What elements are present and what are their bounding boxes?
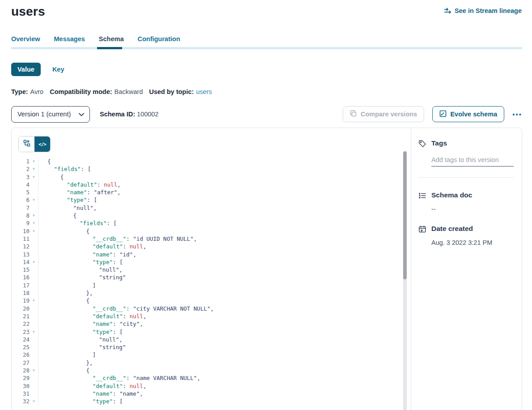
fold-caret-icon[interactable]: ▼: [30, 173, 38, 181]
code-line: 29"__crdb__": "name VARCHAR NULL",: [12, 374, 411, 382]
calendar-plus-icon: [418, 225, 426, 235]
fold-caret-empty: [30, 188, 38, 196]
code-line: 1▼{: [12, 158, 411, 165]
line-number: 26: [12, 351, 30, 359]
code-line: 2▼"fields": [: [12, 165, 411, 173]
schema-id-label: Schema ID:: [100, 111, 135, 118]
value-toggle-button[interactable]: Value: [11, 63, 41, 76]
fold-caret-empty: [30, 320, 38, 328]
fold-caret-empty: [30, 289, 38, 297]
code-content: "fields": [: [38, 165, 91, 173]
tab-configuration[interactable]: Configuration: [137, 34, 180, 47]
schema-meta-row: Type: Avro Compatibility mode: Backward …: [11, 88, 522, 95]
line-number: 30: [12, 382, 30, 390]
fold-caret-icon[interactable]: ▼: [30, 367, 38, 374]
fold-caret-icon[interactable]: ▼: [30, 158, 38, 165]
fold-caret-empty: [30, 382, 38, 390]
line-number: 24: [12, 336, 30, 343]
date-created-value: Aug. 3 2022 3:21 PM: [431, 239, 514, 246]
tree-view-icon: [23, 140, 30, 149]
fold-caret-empty: [30, 351, 38, 359]
fold-caret-icon[interactable]: ▼: [30, 165, 38, 173]
fold-caret-empty: [30, 374, 38, 382]
line-number: 1: [12, 158, 30, 165]
editor-scrollbar-thumb[interactable]: [403, 151, 407, 279]
key-toggle-link[interactable]: Key: [52, 66, 64, 73]
schema-code-panel: </> 1▼{2▼"fields": [3▼{4"default": null,…: [12, 128, 411, 410]
fold-caret-icon[interactable]: ▼: [30, 196, 38, 204]
code-line: 20"__crdb__": "city VARCHAR NOT NULL",: [12, 305, 411, 312]
version-actions: Compare versions Evolve schema •••: [343, 106, 522, 122]
tab-overview[interactable]: Overview: [11, 34, 40, 47]
code-view-button[interactable]: </>: [34, 137, 50, 152]
code-content: "type": [: [38, 328, 123, 336]
topic-link[interactable]: users: [196, 88, 212, 95]
edit-icon: [439, 110, 447, 119]
fold-caret-empty: [30, 251, 38, 258]
code-content: {: [38, 173, 64, 181]
code-content: "name": "id",: [38, 251, 136, 258]
code-content: {: [38, 367, 89, 374]
fold-caret-empty: [30, 343, 38, 351]
fold-caret-icon[interactable]: ▼: [30, 328, 38, 336]
line-number: 15: [12, 266, 30, 273]
editor-scrollbar-track[interactable]: [403, 151, 407, 410]
code-line: 11"__crdb__": "id UUID NOT NULL",: [12, 235, 411, 243]
code-content: "__crdb__": "city VARCHAR NOT NULL",: [38, 305, 214, 312]
used-by-topic-label: Used by topic:: [149, 88, 194, 95]
code-line: 27},: [12, 359, 411, 367]
schema-id: Schema ID: 100002: [100, 111, 158, 118]
compare-versions-button[interactable]: Compare versions: [343, 106, 425, 122]
code-line: 25"string": [12, 343, 411, 351]
fold-caret-empty: [30, 235, 38, 243]
code-content: "__crdb__": "name VARCHAR NULL",: [38, 374, 200, 382]
code-line: 24"null",: [12, 336, 411, 343]
code-line: 18},: [12, 289, 411, 297]
version-dropdown-value: Version 1 (current): [17, 111, 71, 118]
fold-caret-empty: [30, 359, 38, 367]
tab-messages[interactable]: Messages: [54, 34, 85, 47]
fold-caret-icon[interactable]: ▼: [30, 212, 38, 219]
schema-doc-title: Schema doc: [431, 191, 472, 199]
compare-versions-label: Compare versions: [361, 111, 417, 118]
add-tags-input[interactable]: [431, 155, 514, 167]
line-number: 19: [12, 297, 30, 304]
more-options-button[interactable]: •••: [512, 111, 522, 118]
code-content: ]: [38, 282, 96, 289]
line-number: 6: [12, 196, 30, 204]
code-line: 3▼{: [12, 173, 411, 181]
fold-caret-empty: [30, 243, 38, 250]
see-in-stream-lineage-link[interactable]: See in Stream lineage: [444, 7, 522, 14]
active-tab-indicator: [97, 47, 122, 49]
schema-sidebar: Tags Schema doc --: [411, 128, 522, 410]
fold-caret-icon[interactable]: ▼: [30, 227, 38, 235]
code-line: 6▼"type": [: [12, 196, 411, 204]
schema-doc-section: Schema doc: [418, 191, 514, 201]
code-content: "null",: [38, 336, 123, 343]
line-number: 8: [12, 212, 30, 219]
code-line: 12"default": null,: [12, 243, 411, 250]
code-content: "null",: [38, 266, 123, 273]
version-dropdown[interactable]: Version 1 (current): [11, 106, 90, 123]
fold-caret-icon[interactable]: ▼: [30, 258, 38, 266]
tags-title: Tags: [431, 139, 447, 147]
code-content: "type": [: [38, 397, 123, 405]
code-content: "name": "after",: [38, 188, 121, 196]
line-number: 16: [12, 273, 30, 281]
line-number: 7: [12, 204, 30, 212]
tree-view-button[interactable]: [19, 137, 34, 152]
fold-caret-icon[interactable]: ▼: [30, 297, 38, 304]
copy-icon: [350, 110, 357, 119]
code-line: 32▼"type": [: [12, 397, 411, 405]
code-line: 22"name": "city",: [12, 320, 411, 328]
code-content: {: [38, 227, 89, 235]
tab-schema[interactable]: Schema: [99, 34, 124, 47]
line-number: 21: [12, 312, 30, 320]
evolve-schema-button[interactable]: Evolve schema: [432, 106, 504, 122]
fold-caret-icon[interactable]: ▼: [30, 219, 38, 227]
schema-card: </> 1▼{2▼"fields": [3▼{4"default": null,…: [11, 128, 522, 410]
tag-icon: [418, 139, 426, 149]
code-line: 4"default": null,: [12, 181, 411, 188]
fold-caret-icon[interactable]: ▼: [30, 397, 38, 405]
code-content: {: [38, 297, 89, 304]
